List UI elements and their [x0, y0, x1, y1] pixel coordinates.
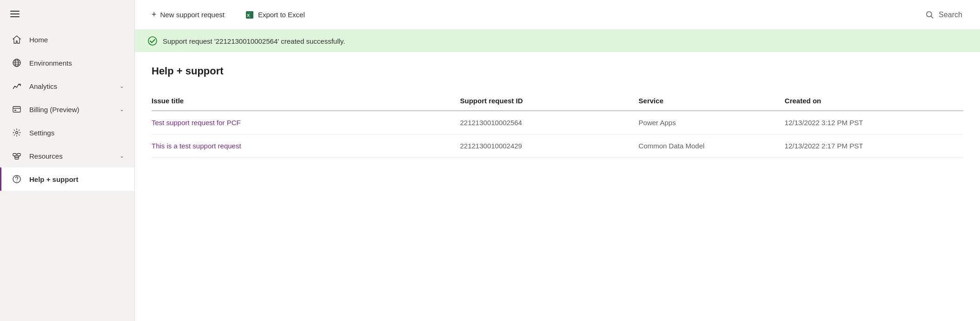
billing-chevron-icon: ⌄	[119, 106, 124, 113]
sidebar-item-home[interactable]: Home	[0, 28, 134, 51]
sidebar-nav: Home Environments	[0, 28, 134, 321]
sidebar-item-analytics-label: Analytics	[29, 82, 112, 90]
col-request-id: Support request ID	[460, 92, 638, 111]
resources-icon	[12, 151, 22, 161]
sidebar-item-settings[interactable]: Settings	[0, 121, 134, 144]
table-row: This is a test support request2212130010…	[152, 134, 963, 158]
success-banner: Support request '2212130010002564' creat…	[135, 30, 980, 52]
plus-icon: +	[152, 10, 157, 20]
main-content: + New support request X Export to Excel	[135, 0, 980, 321]
search-icon	[926, 11, 934, 19]
new-support-request-button[interactable]: + New support request	[148, 7, 228, 22]
sidebar-item-environments-label: Environments	[29, 59, 124, 67]
new-request-label: New support request	[160, 11, 225, 19]
created-on-cell: 12/13/2022 3:12 PM PST	[785, 111, 963, 134]
settings-icon	[12, 127, 22, 138]
excel-icon: X	[245, 10, 254, 20]
request-id-cell: 2212130010002429	[460, 134, 638, 158]
billing-icon	[12, 104, 22, 114]
page-title: Help + support	[152, 65, 963, 77]
col-issue-title: Issue title	[152, 92, 460, 111]
support-table: Issue title Support request ID Service C…	[152, 92, 963, 158]
export-excel-button[interactable]: X Export to Excel	[241, 7, 309, 22]
created-on-cell: 12/13/2022 2:17 PM PST	[785, 134, 963, 158]
service-cell: Common Data Model	[639, 134, 785, 158]
svg-line-24	[931, 16, 934, 18]
page-content: Help + support Issue title Support reque…	[135, 52, 980, 321]
table-row: Test support request for PCF221213001000…	[152, 111, 963, 134]
sidebar-item-analytics[interactable]: Analytics ⌄	[0, 74, 134, 98]
success-check-icon	[148, 36, 157, 46]
hamburger-icon	[10, 9, 20, 19]
svg-rect-0	[10, 11, 20, 12]
resources-chevron-icon: ⌄	[119, 153, 124, 159]
issue-title-cell[interactable]: Test support request for PCF	[152, 111, 460, 134]
table-header-row: Issue title Support request ID Service C…	[152, 92, 963, 111]
sidebar-item-home-label: Home	[29, 36, 124, 44]
svg-rect-14	[15, 157, 19, 159]
toolbar: + New support request X Export to Excel	[135, 0, 980, 30]
help-icon	[12, 174, 22, 184]
col-created-on: Created on	[785, 92, 963, 111]
sidebar-item-environments[interactable]: Environments	[0, 51, 134, 74]
hamburger-button[interactable]	[0, 0, 134, 28]
request-id-cell: 2212130010002564	[460, 111, 638, 134]
service-cell: Power Apps	[639, 111, 785, 134]
svg-rect-13	[17, 154, 20, 156]
svg-text:X: X	[247, 13, 250, 18]
toolbar-actions: + New support request X Export to Excel	[148, 7, 906, 22]
search-button[interactable]: Search	[921, 8, 967, 22]
sidebar-item-help-support[interactable]: Help + support	[0, 167, 134, 191]
svg-point-25	[148, 37, 157, 45]
svg-rect-2	[10, 16, 20, 17]
sidebar-item-settings-label: Settings	[29, 129, 124, 137]
issue-title-cell[interactable]: This is a test support request	[152, 134, 460, 158]
sidebar: Home Environments	[0, 0, 135, 321]
svg-rect-1	[10, 13, 20, 14]
svg-rect-8	[13, 107, 20, 112]
globe-icon	[12, 58, 22, 68]
success-message: Support request '2212130010002564' creat…	[163, 37, 345, 45]
sidebar-item-resources-label: Resources	[29, 152, 112, 160]
sidebar-item-help-support-label: Help + support	[29, 175, 124, 183]
analytics-icon	[12, 81, 22, 91]
export-excel-label: Export to Excel	[258, 11, 305, 19]
search-label: Search	[939, 11, 962, 19]
home-icon	[12, 34, 22, 45]
svg-rect-12	[13, 154, 16, 156]
col-service: Service	[639, 92, 785, 111]
sidebar-item-billing-label: Billing (Preview)	[29, 106, 112, 114]
analytics-chevron-icon: ⌄	[119, 83, 124, 89]
svg-rect-10	[14, 110, 16, 111]
svg-point-19	[16, 181, 17, 182]
svg-point-11	[16, 132, 18, 134]
sidebar-item-resources[interactable]: Resources ⌄	[0, 144, 134, 167]
sidebar-item-billing[interactable]: Billing (Preview) ⌄	[0, 98, 134, 121]
